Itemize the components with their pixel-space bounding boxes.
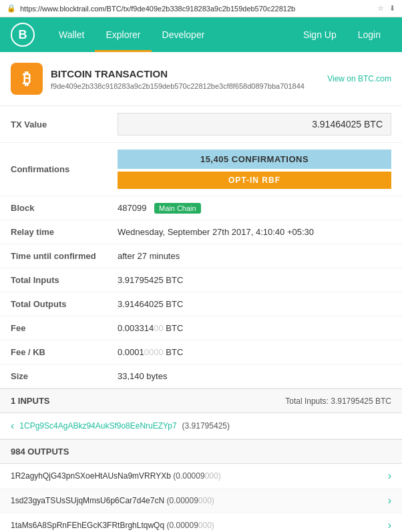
tx-header: ₿ BITCOIN TRANSACTION f9de409e2b338c9182…	[0, 52, 402, 106]
tx-value-label: TX Value	[0, 106, 107, 143]
nav-bar: B Wallet Explorer Developer Sign Up Logi…	[0, 17, 402, 52]
size-value: 33,140 bytes	[107, 364, 402, 388]
relay-time-label: Relay time	[0, 220, 107, 244]
nav-links: Wallet Explorer Developer	[48, 17, 292, 52]
opt-in-rbf-badge: OPT-IN RBF	[118, 172, 391, 189]
block-cell: 487099 Main Chain	[107, 196, 402, 220]
confirmations-box: 15,405 CONFIRMATIONS	[118, 150, 391, 169]
view-on-btc-link[interactable]: View on BTC.com	[327, 74, 391, 83]
outputs-section-header: 984 OUTPUTS	[0, 439, 402, 464]
tx-title: BITCOIN TRANSACTION	[51, 68, 327, 79]
total-inputs-row: Total Inputs 3.91795425 BTC	[0, 268, 402, 292]
output-row: 1sd23gyaTSUsSUjqMmsU6p6Car7d4e7cN (0.000…	[0, 489, 402, 513]
fee-kb-unit: BTC	[164, 347, 184, 357]
output-addr-0[interactable]: 1R2agyhQjG43pnSXoeHtAUsNa9mVRRYXb (0.000…	[11, 471, 221, 481]
output-row: 1taMs6A8SpRnFEhEGcK3FRtBrghLtqwQq (0.000…	[0, 513, 402, 532]
inputs-section-header: 1 INPUTS Total Inputs: 3.91795425 BTC	[0, 388, 402, 413]
details-table: TX Value 3.91464025 BTC Confirmations 15…	[0, 106, 402, 388]
nav-link-developer[interactable]: Developer	[152, 17, 216, 52]
url-text: https://www.blocktrail.com/BTC/tx/f9de40…	[20, 5, 372, 13]
output-addr-2[interactable]: 1taMs6A8SpRnFEhEGcK3FRtBrghLtqwQq (0.000…	[11, 521, 214, 530]
total-outputs-label: Total Outputs	[0, 292, 107, 316]
block-row: Block 487099 Main Chain	[0, 196, 402, 220]
outputs-count: 984 OUTPUTS	[11, 447, 69, 457]
main-content: ₿ BITCOIN TRANSACTION f9de409e2b338c9182…	[0, 52, 402, 532]
outputs-list: 1R2agyhQjG43pnSXoeHtAUsNa9mVRRYXb (0.000…	[0, 464, 402, 532]
input-address[interactable]: 1CPg9Sc4AgABkz94AukSf9o8EeNruEZYp7	[19, 421, 176, 431]
fee-dim: 00	[154, 323, 163, 333]
fee-cell: 0.00331400 BTC	[107, 316, 402, 340]
total-outputs-value: 3.91464025 BTC	[107, 292, 402, 316]
fee-kb-main: 0.0001	[118, 347, 144, 357]
lock-icon: 🔒	[7, 4, 16, 13]
confirmations-cell: 15,405 CONFIRMATIONS OPT-IN RBF	[107, 143, 402, 196]
tx-value-box: 3.91464025 BTC	[118, 113, 391, 136]
relay-time-value: Wednesday, September 27th 2017, 4:10:40 …	[107, 220, 402, 244]
input-amount: (3.91795425)	[182, 421, 230, 431]
fee-label: Fee	[0, 316, 107, 340]
tx-title-block: BITCOIN TRANSACTION f9de409e2b338c918283…	[51, 68, 327, 90]
inputs-count: 1 INPUTS	[11, 396, 50, 406]
total-inputs-label: Total Inputs	[0, 268, 107, 292]
input-row: ‹ 1CPg9Sc4AgABkz94AukSf9o8EeNruEZYp7 (3.…	[0, 413, 402, 439]
tx-hash[interactable]: f9de409e2b338c918283a9c2b159deb570c22812…	[51, 82, 327, 90]
nav-logo[interactable]: B	[11, 23, 35, 47]
confirmations-label: Confirmations	[0, 143, 107, 196]
fee-kb-label: Fee / KB	[0, 340, 107, 364]
output-chevron-2[interactable]: ›	[388, 519, 391, 531]
nav-link-wallet[interactable]: Wallet	[48, 17, 95, 52]
tx-value-row: TX Value 3.91464025 BTC	[0, 106, 402, 143]
nav-signup[interactable]: Sign Up	[292, 17, 347, 52]
main-chain-badge: Main Chain	[154, 203, 201, 214]
confirmations-row: Confirmations 15,405 CONFIRMATIONS OPT-I…	[0, 143, 402, 196]
download-icon[interactable]: ⬇	[389, 4, 395, 13]
time-until-label: Time until confirmed	[0, 244, 107, 268]
fee-kb-cell: 0.00010000 BTC	[107, 340, 402, 364]
nav-right: Sign Up Login	[292, 17, 391, 52]
output-row: 1R2agyhQjG43pnSXoeHtAUsNa9mVRRYXb (0.000…	[0, 464, 402, 489]
time-until-value: after 27 minutes	[107, 244, 402, 268]
fee-row: Fee 0.00331400 BTC	[0, 316, 402, 340]
nav-link-explorer[interactable]: Explorer	[95, 17, 151, 52]
chevron-left-icon: ‹	[11, 420, 14, 432]
output-chevron-1[interactable]: ›	[388, 495, 391, 507]
url-bar: 🔒 https://www.blocktrail.com/BTC/tx/f9de…	[0, 0, 402, 17]
fee-kb-dim: 0000	[144, 347, 164, 357]
output-addr-1[interactable]: 1sd23gyaTSUsSUjqMmsU6p6Car7d4e7cN (0.000…	[11, 496, 214, 505]
output-chevron-0[interactable]: ›	[388, 470, 391, 482]
fee-main: 0.003314	[118, 323, 154, 333]
inputs-total: Total Inputs: 3.91795425 BTC	[285, 396, 391, 406]
fee-kb-row: Fee / KB 0.00010000 BTC	[0, 340, 402, 364]
size-label: Size	[0, 364, 107, 388]
size-row: Size 33,140 bytes	[0, 364, 402, 388]
btc-icon: ₿	[11, 63, 43, 95]
url-actions: ☆ ⬇	[377, 4, 395, 13]
fee-unit: BTC	[164, 323, 184, 333]
block-number[interactable]: 487099	[118, 203, 146, 213]
time-until-row: Time until confirmed after 27 minutes	[0, 244, 402, 268]
star-icon[interactable]: ☆	[377, 4, 384, 13]
nav-login[interactable]: Login	[347, 17, 391, 52]
tx-value-cell: 3.91464025 BTC	[107, 106, 402, 143]
block-label: Block	[0, 196, 107, 220]
total-inputs-value: 3.91795425 BTC	[107, 268, 402, 292]
relay-time-row: Relay time Wednesday, September 27th 201…	[0, 220, 402, 244]
total-outputs-row: Total Outputs 3.91464025 BTC	[0, 292, 402, 316]
